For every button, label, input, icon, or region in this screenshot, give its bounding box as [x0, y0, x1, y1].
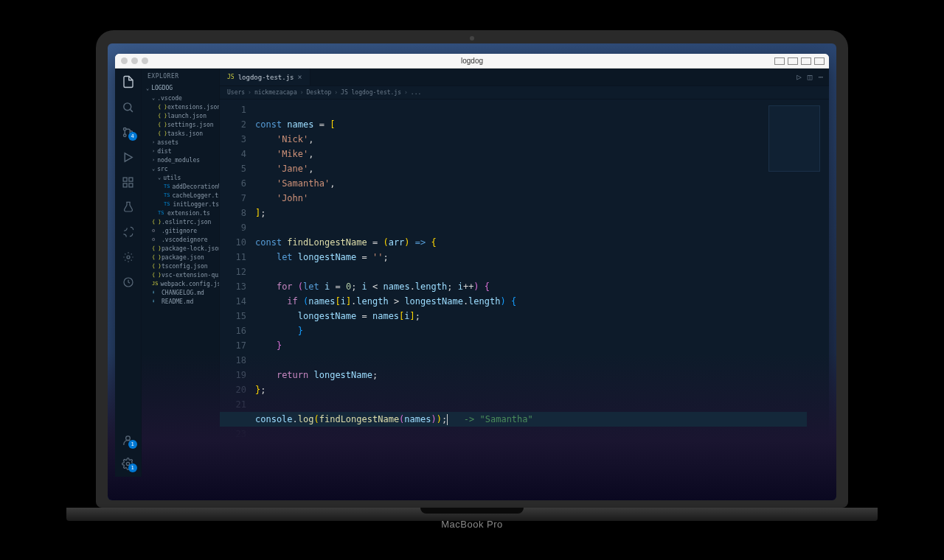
file-item[interactable]: { }settings.json	[142, 120, 219, 129]
panel-left-icon[interactable]	[774, 57, 785, 65]
code-line[interactable]: 'Jane',	[255, 161, 829, 176]
code-line[interactable]: 'John'	[255, 191, 829, 206]
code-body[interactable]: const names = [ 'Nick', 'Mike', 'Jane', …	[255, 102, 829, 477]
code-line[interactable]	[255, 220, 829, 235]
file-item[interactable]: { }launch.json	[142, 111, 219, 120]
file-item[interactable]: { }tasks.json	[142, 129, 219, 138]
breadcrumb[interactable]: Users›nickmezacapa›Desktop›JS logdog-tes…	[220, 86, 829, 99]
breadcrumb-item[interactable]: nickmezacapa	[254, 89, 297, 96]
code-line[interactable]	[255, 102, 829, 117]
file-item[interactable]: { }package.json	[142, 253, 219, 262]
tab-active[interactable]: JS logdog-test.js ×	[220, 69, 310, 85]
file-item[interactable]: TSaddDecorationWi…	[142, 182, 219, 191]
source-control-icon[interactable]: 4	[121, 125, 136, 139]
file-item[interactable]: ⬇CHANGELOG.md	[142, 288, 219, 297]
file-item[interactable]: ⬇README.md	[142, 297, 219, 306]
file-item[interactable]: { }vsc-extension-quick…	[142, 270, 219, 279]
folder-item[interactable]: ⌄utils	[142, 173, 219, 182]
extensions-icon[interactable]	[121, 175, 136, 189]
file-item[interactable]: JSwebpack.config.js	[142, 279, 219, 288]
split-editor-icon[interactable]: ◫	[808, 72, 813, 82]
code-line[interactable]: };	[255, 382, 829, 397]
breadcrumb-item[interactable]: JS logdog-test.js	[341, 89, 401, 96]
folder-item[interactable]: ›assets	[142, 138, 219, 147]
json-file-icon: { }	[152, 219, 159, 225]
code-line[interactable]	[255, 353, 829, 368]
file-item[interactable]: ⚙.gitignore	[142, 226, 219, 235]
file-item[interactable]: TSinitLogger.ts	[142, 200, 219, 209]
code-line[interactable]	[255, 427, 829, 441]
code-line[interactable]: 'Nick',	[255, 132, 829, 147]
json-file-icon: { }	[158, 130, 165, 136]
tree-item-label: src	[157, 166, 167, 172]
panel-bottom-icon[interactable]	[788, 57, 798, 65]
file-item[interactable]: ⚙.vscodeignore	[142, 235, 219, 244]
code-line[interactable]: }	[255, 338, 829, 353]
titlebar-layout-controls[interactable]	[774, 57, 825, 65]
ts-file-icon: TS	[158, 210, 165, 216]
laptop-camera	[470, 36, 474, 41]
code-line[interactable]: return longestName;	[255, 368, 829, 382]
run-icon[interactable]: ▷	[796, 72, 802, 82]
file-item[interactable]: { }tsconfig.json	[142, 262, 219, 270]
close-tab-icon[interactable]: ×	[298, 73, 302, 81]
settings-icon[interactable]: 1	[121, 456, 136, 471]
tree-item-label: .vscodeignore	[162, 237, 208, 243]
tree-item-label: package.json	[162, 254, 204, 261]
explorer-icon[interactable]	[121, 74, 136, 89]
accounts-badge: 1	[128, 440, 137, 449]
close-icon[interactable]	[121, 57, 128, 64]
traffic-lights[interactable]	[121, 57, 148, 64]
run-debug-icon[interactable]	[121, 150, 136, 164]
code-line[interactable]: const findLongestName = (arr) => {	[255, 235, 829, 250]
tree-item-label: extensions.json	[167, 104, 219, 111]
code-line[interactable]: for (let i = 0; i < names.length; i++) {	[255, 279, 829, 294]
extra-icon-2[interactable]	[121, 250, 136, 265]
file-item[interactable]: { }extensions.json	[142, 102, 219, 111]
svg-point-13	[126, 435, 131, 440]
code-line[interactable]: if (names[i].length > longestName.length…	[255, 294, 829, 309]
file-item[interactable]: { }.eslintrc.json	[142, 217, 219, 226]
folder-item[interactable]: ›dist	[142, 147, 219, 155]
code-line[interactable]	[255, 265, 829, 279]
chevron-down-icon: ⌄	[152, 166, 155, 172]
code-line[interactable]: ];	[255, 206, 829, 220]
code-line[interactable]: const names = [	[255, 117, 829, 132]
code-line[interactable]	[255, 397, 829, 412]
folder-item[interactable]: ⌄.vscode	[142, 94, 219, 102]
window-title: logdog	[461, 57, 483, 65]
vscode-window: logdog	[115, 54, 829, 490]
maximize-icon[interactable]	[142, 57, 148, 64]
layout-icon[interactable]	[814, 57, 825, 65]
code-line[interactable]: 'Mike',	[255, 147, 829, 161]
code-line[interactable]: }	[255, 323, 829, 338]
workspace-root[interactable]: ⌄ LOGDOG	[142, 83, 219, 94]
code-line[interactable]: 'Samantha',	[255, 176, 829, 191]
chevron-right-icon: ›	[404, 89, 408, 96]
tree-item-label: tasks.json	[167, 130, 203, 137]
breadcrumb-item[interactable]: Desktop	[307, 89, 332, 96]
file-item[interactable]: { }package-lock.json	[142, 244, 219, 253]
js-file-icon: JS	[227, 74, 235, 80]
tree-item-label: utils	[163, 175, 181, 181]
file-item[interactable]: TScacheLogger.ts	[142, 191, 219, 200]
svg-point-11	[127, 256, 130, 259]
extra-icon-3[interactable]	[121, 275, 136, 290]
search-icon[interactable]	[121, 99, 136, 114]
breadcrumb-item[interactable]: Users	[227, 89, 245, 96]
breadcrumb-item[interactable]: ...	[411, 89, 421, 96]
code-line[interactable]: longestName = names[i];	[255, 309, 829, 323]
minimize-icon[interactable]	[131, 57, 138, 64]
folder-item[interactable]: ›node_modules	[142, 155, 219, 164]
folder-item[interactable]: ⌄src	[142, 164, 219, 173]
accounts-icon[interactable]: 1	[121, 433, 136, 447]
sidebar-title: EXPLORER	[142, 69, 219, 83]
code-line[interactable]: let longestName = '';	[255, 250, 829, 265]
code-line[interactable]: console.log(findLongestName(names)); -> …	[255, 412, 829, 427]
extra-icon-1[interactable]	[121, 225, 136, 239]
more-icon[interactable]: ⋯	[818, 72, 823, 82]
file-item[interactable]: TSextension.ts	[142, 209, 219, 217]
code-editor[interactable]: 1234567891011121314151617181920212223 co…	[220, 99, 829, 477]
panel-right-icon[interactable]	[801, 57, 811, 65]
testing-icon[interactable]	[121, 200, 136, 214]
